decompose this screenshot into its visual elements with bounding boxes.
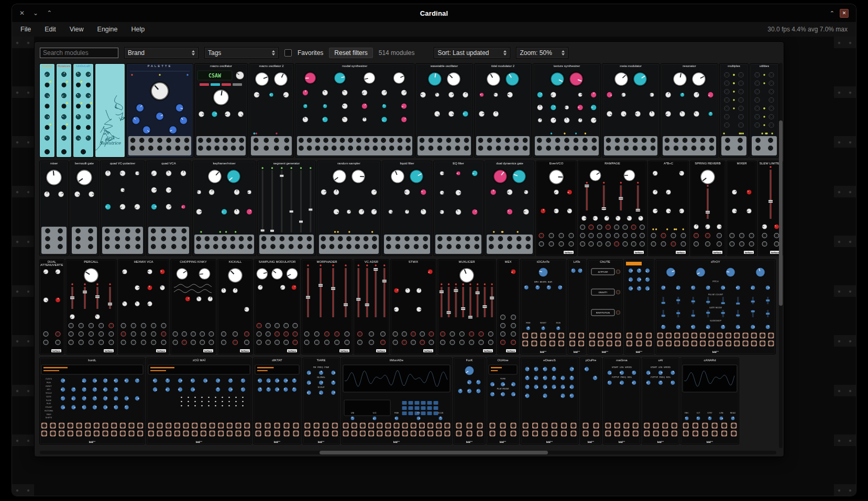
menu-view[interactable]: View bbox=[70, 26, 84, 33]
module-magma[interactable]: maGma bbox=[603, 358, 640, 444]
module-muxlicer[interactable]: MUXLICER bbox=[438, 260, 496, 354]
horizontal-scrollbar-thumb[interactable] bbox=[320, 451, 548, 454]
menu-help[interactable]: Help bbox=[131, 26, 145, 33]
module-kickall[interactable]: KICKALL bbox=[218, 260, 252, 354]
module-undular[interactable]: UnDuLaR bbox=[73, 64, 93, 157]
module-zo-ma[interactable]: zOÙ MAÏ bbox=[147, 358, 251, 444]
module-preview-canvas bbox=[66, 260, 116, 354]
module-poupre[interactable]: pOuPre bbox=[580, 358, 601, 444]
module-grabby[interactable]: Grabby bbox=[40, 64, 54, 157]
vertical-scrollbar[interactable] bbox=[779, 63, 783, 448]
module-sampling-modulator[interactable]: SAMPLING MODULATOR bbox=[255, 260, 300, 354]
module-oa[interactable]: oAï bbox=[642, 358, 679, 444]
module-rampage[interactable]: RAMPAGE bbox=[578, 161, 646, 255]
module-random-sampler[interactable]: random sampler bbox=[317, 161, 380, 255]
module-preview-canvas bbox=[171, 260, 216, 354]
module-preview-canvas bbox=[603, 358, 640, 444]
menu-engine[interactable]: Engine bbox=[97, 26, 118, 33]
module-meta-modulator[interactable]: meta modulator bbox=[602, 64, 659, 157]
module-ouaive[interactable]: OUAIve bbox=[487, 358, 519, 444]
module-diktat[interactable]: dIKTAT bbox=[254, 358, 301, 444]
tags-dropdown[interactable]: Tags bbox=[204, 47, 279, 59]
module-tiare[interactable]: TiARE bbox=[303, 358, 339, 444]
module-preview-canvas bbox=[416, 64, 473, 157]
module-keyframer-mixer[interactable]: keyframer/mixer bbox=[193, 161, 256, 255]
maximize-icon[interactable]: ⌃ bbox=[47, 9, 52, 17]
module-resonator[interactable]: resonator bbox=[661, 64, 718, 157]
minimize-icon[interactable]: ⌄ bbox=[33, 9, 38, 17]
app-badge-icon[interactable]: ✕ bbox=[840, 9, 849, 18]
module-chopping-kinky[interactable]: CHOPPING KINKY bbox=[171, 260, 216, 354]
module-preview-canvas bbox=[681, 358, 739, 444]
module-vc-adsr[interactable]: VC ADSR bbox=[354, 260, 389, 354]
module-quad-vc-polarizer[interactable]: quad VC-polarizer bbox=[101, 161, 145, 255]
module-modal-synthesizer[interactable]: modal synthesizer bbox=[295, 64, 414, 157]
module-a-b-c[interactable]: A*B+C bbox=[649, 161, 688, 255]
module-blank-panel[interactable] bbox=[95, 64, 125, 157]
module-preview-canvas bbox=[249, 64, 293, 157]
module-palette[interactable]: PALETTE bbox=[127, 64, 193, 157]
module-evenvco[interactable]: EvenVCO bbox=[536, 161, 576, 255]
module-texture-synthesizer[interactable]: texture synthesizer bbox=[533, 64, 600, 157]
module-canard[interactable]: cANARd bbox=[681, 358, 739, 444]
menu-items: FileEditViewEngineHelp bbox=[20, 26, 145, 33]
browser-toolbar: Brand Tags Favorites Reset filters 514 m… bbox=[40, 46, 778, 60]
horizontal-scrollbar[interactable] bbox=[40, 451, 776, 454]
module-rotatoes[interactable]: Rotatoes bbox=[57, 64, 71, 157]
module-quad-vca[interactable]: quad VCA bbox=[147, 161, 191, 255]
menu-file[interactable]: File bbox=[20, 26, 31, 33]
zoom-dropdown[interactable]: Zoom: 50% bbox=[516, 47, 568, 59]
menu-edit[interactable]: Edit bbox=[45, 26, 56, 33]
module-utilities[interactable]: utilities bbox=[750, 64, 778, 157]
module-preview-canvas bbox=[624, 260, 654, 354]
favorites-checkbox[interactable] bbox=[284, 49, 292, 57]
favorites-label: Favorites bbox=[298, 49, 323, 57]
module-macro-oscillator[interactable]: macro oscillator bbox=[195, 64, 247, 157]
module-grid: GrabbyRotatoesUnDuLaRPALETTEmacro oscill… bbox=[40, 64, 778, 444]
module-liquid-filter[interactable]: liquid filter bbox=[382, 161, 432, 255]
module-chute[interactable]: ChUTE bbox=[588, 260, 622, 354]
module-bordl[interactable]: bordL bbox=[40, 358, 145, 444]
module-preview-canvas bbox=[354, 260, 389, 354]
module-preview-canvas bbox=[750, 64, 778, 157]
module-dtroy[interactable]: dTrOY bbox=[656, 260, 775, 354]
module-preview-canvas bbox=[727, 161, 756, 255]
module-spring-reverb[interactable]: SPRING REVERB bbox=[690, 161, 725, 255]
module-mixer[interactable]: mixer bbox=[40, 161, 68, 255]
module-eq-filter[interactable]: EQ filter bbox=[434, 161, 483, 255]
module-mixer[interactable]: MIXER bbox=[727, 161, 756, 255]
brand-dropdown[interactable]: Brand bbox=[124, 47, 199, 59]
vertical-scrollbar-thumb[interactable] bbox=[779, 120, 783, 305]
search-input[interactable] bbox=[40, 48, 118, 58]
module-hexmix-vca[interactable]: HEXMIX VCA bbox=[118, 260, 169, 354]
module-tocante[interactable]: tOCAnTe bbox=[521, 260, 566, 354]
module-stmix[interactable]: STMIX bbox=[391, 260, 436, 354]
module-percall[interactable]: PERCALL bbox=[66, 260, 116, 354]
module-late[interactable]: LATe bbox=[568, 260, 586, 354]
titlebar: ✕ ⌄ ⌃ Cardinal ⌃ ✕ bbox=[12, 4, 856, 22]
module-tidal-modulator-2[interactable]: tidal modulator 2 bbox=[475, 64, 531, 157]
module-preview-canvas bbox=[118, 260, 169, 354]
sort-dropdown[interactable]: Sort: Last updated bbox=[434, 47, 510, 59]
reset-filters-button[interactable]: Reset filters bbox=[329, 48, 372, 58]
module-morphader[interactable]: MORPHADER bbox=[302, 260, 352, 354]
module-dual-attenuverter[interactable]: DUAL ATTENUVERTER bbox=[40, 260, 64, 354]
module-preview-canvas bbox=[438, 260, 496, 354]
module-macro-oscillator-2[interactable]: macro oscillator 2 bbox=[249, 64, 293, 157]
module-segment-generator[interactable]: segment generator bbox=[258, 161, 315, 255]
module-multiples[interactable]: multiples bbox=[720, 64, 748, 157]
module-wavetable-oscillator[interactable]: wavetable oscillator bbox=[416, 64, 473, 157]
module-bernoulli-gate[interactable]: bernoulli gate bbox=[70, 161, 98, 255]
close-icon[interactable]: ✕ bbox=[19, 9, 25, 17]
modules-count: 514 modules bbox=[379, 49, 415, 57]
chevron-up-icon[interactable]: ⌃ bbox=[830, 10, 834, 17]
module-mex[interactable]: MEX bbox=[498, 260, 519, 354]
module-preview-canvas bbox=[690, 161, 725, 255]
module-blank-panel[interactable] bbox=[624, 260, 654, 354]
module-fork[interactable]: ForK bbox=[454, 358, 485, 444]
module-preview-canvas bbox=[649, 161, 688, 255]
module-edsaros[interactable]: eDsaroS bbox=[521, 358, 578, 444]
module-limonade[interactable]: liMonADe bbox=[342, 358, 452, 444]
module-preview-canvas bbox=[303, 358, 339, 444]
module-dual-dynamics-gate[interactable]: dual dynamics gate bbox=[485, 161, 534, 255]
